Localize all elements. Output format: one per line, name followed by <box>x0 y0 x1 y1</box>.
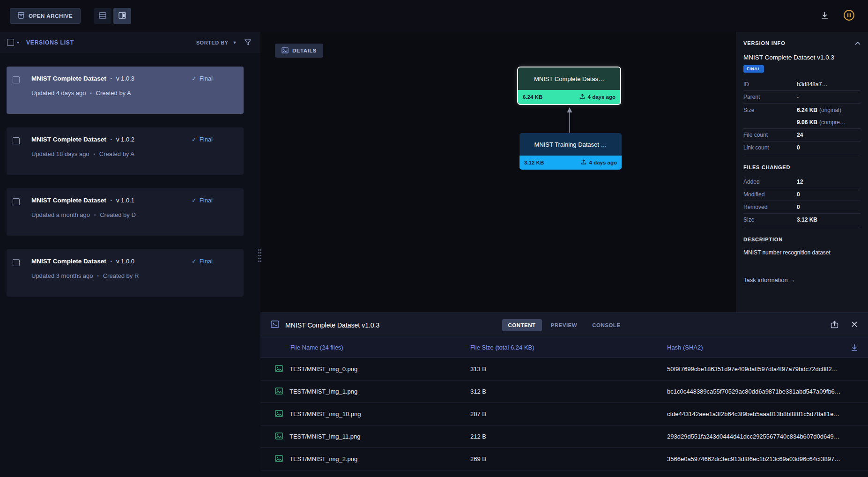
description-text: MNIST number recognition dataset <box>743 249 861 257</box>
files-changed-size: Size 3.12 KB <box>743 214 861 226</box>
image-icon <box>275 455 283 463</box>
view-toggle-group <box>94 8 131 24</box>
check-icon: ✓ <box>192 258 197 265</box>
version-name: MNIST Complete Dataset <box>31 136 106 143</box>
version-number: v 1.0.0 <box>116 258 134 265</box>
app-root: OPEN ARCHIVE <box>0 0 868 477</box>
file-row[interactable]: TEST/MNIST_img_2.png 269 B 3566e0a597466… <box>260 448 868 470</box>
download-button[interactable] <box>820 11 829 21</box>
tab-console[interactable]: CONSOLE <box>586 319 626 331</box>
version-card-1-0-0[interactable]: MNIST Complete Dataset • v 1.0.0 ✓ Final… <box>7 249 244 297</box>
node-size: 3.12 KB <box>524 160 544 165</box>
details-icon <box>282 47 289 54</box>
tab-preview[interactable]: PREVIEW <box>545 319 584 331</box>
open-archive-label: OPEN ARCHIVE <box>29 13 73 19</box>
info-row-size-original: Size 6.24 KB (original) <box>743 104 861 116</box>
version-checkbox[interactable] <box>13 76 20 83</box>
version-checkbox[interactable] <box>13 137 20 144</box>
dataset-content-panel: MNIST Complete Dataset v1.0.3 CONTENT PR… <box>260 313 868 477</box>
file-name: TEST/MNIST_img_10.png <box>289 410 361 417</box>
details-button[interactable]: DETAILS <box>275 44 323 58</box>
version-name: MNIST Complete Dataset <box>31 75 106 82</box>
workers-gauge-button[interactable] <box>843 9 855 22</box>
select-all-checkbox[interactable] <box>7 39 14 46</box>
files-changed-header: FILES CHANGED <box>743 164 861 170</box>
filter-icon[interactable] <box>245 39 251 45</box>
open-in-window-icon <box>831 320 838 330</box>
dot-separator: • <box>111 198 112 203</box>
file-hash: bc1c0c448389ca55f70529ac80dd6a9871be331a… <box>667 388 859 395</box>
version-card-1-0-1[interactable]: MNIST Complete Dataset • v 1.0.1 ✓ Final… <box>7 188 244 236</box>
close-panel-button[interactable] <box>851 321 858 329</box>
table-view-icon <box>99 12 106 20</box>
column-hash: Hash (SHA2) <box>667 344 843 351</box>
sorted-by-dropdown[interactable]: SORTED BY ▾ <box>196 40 236 45</box>
image-icon <box>275 432 283 441</box>
status-badge: ✓ Final <box>192 197 213 204</box>
download-icon <box>820 11 829 21</box>
split-view-icon <box>119 12 126 20</box>
content-panel-header: MNIST Complete Dataset v1.0.3 CONTENT PR… <box>260 313 868 337</box>
open-archive-button[interactable]: OPEN ARCHIVE <box>10 8 81 24</box>
file-hash: 50f9f7699cbe186351d97e409daff597dfa4f97a… <box>667 365 859 373</box>
table-download-icon[interactable] <box>850 343 859 352</box>
file-hash: 293d29d551fa243d0444d41dcc2925567740c834… <box>667 433 859 440</box>
file-name: TEST/MNIST_img_0.png <box>289 365 357 373</box>
check-icon: ✓ <box>192 136 197 143</box>
version-checkbox[interactable] <box>13 259 20 266</box>
open-in-window-button[interactable] <box>831 320 838 330</box>
upload-icon <box>581 159 586 166</box>
version-created: Created by D <box>100 211 136 218</box>
files-changed-removed: Removed 0 <box>743 201 861 214</box>
status-badge: ✓ Final <box>192 75 213 82</box>
file-name: TEST/MNIST_img_2.png <box>289 455 357 462</box>
file-row[interactable]: TEST/MNIST_img_10.png 287 B cfde443142ae… <box>260 403 868 425</box>
upload-icon <box>579 94 585 100</box>
file-row[interactable]: TEST/MNIST_img_0.png 313 B 50f9f7699cbe1… <box>260 358 868 380</box>
version-card-1-0-3[interactable]: MNIST Complete Dataset • v 1.0.3 ✓ Final… <box>7 67 244 114</box>
dot-separator: • <box>111 259 112 264</box>
info-row-id: ID b3d848a7… <box>743 78 861 91</box>
table-view-button[interactable] <box>94 8 111 24</box>
dot-separator: • <box>111 137 112 142</box>
node-title: MNIST Training Dataset … <box>519 133 622 156</box>
file-size: 312 B <box>470 388 667 395</box>
version-info-dataset-title: MNIST Complete Dataset v1.0.3 <box>743 54 861 61</box>
dot-separator: • <box>90 91 91 96</box>
version-checkbox[interactable] <box>13 198 20 205</box>
file-size: 269 B <box>470 455 667 462</box>
panel-resize-handle[interactable] <box>257 245 263 266</box>
version-number: v 1.0.1 <box>116 197 134 204</box>
top-bar-actions <box>820 9 855 22</box>
content-panel-actions <box>831 320 858 330</box>
split-view-button[interactable] <box>113 8 131 24</box>
chevron-up-icon[interactable] <box>855 42 861 45</box>
select-all-caret-icon[interactable]: ▾ <box>17 40 19 45</box>
file-row[interactable]: TEST/MNIST_img_1.png 312 B bc1c0c448389c… <box>260 380 868 403</box>
task-information-link[interactable]: Task information → <box>743 276 861 283</box>
content-panel-title: MNIST Complete Dataset v1.0.3 <box>285 321 379 329</box>
image-icon <box>275 365 283 373</box>
workers-gauge-icon <box>843 9 855 22</box>
column-file-size: File Size (total 6.24 KB) <box>470 344 667 351</box>
node-time: 4 days ago <box>588 94 616 100</box>
node-time: 4 days ago <box>589 160 617 165</box>
tab-content[interactable]: CONTENT <box>502 319 542 331</box>
close-icon <box>851 321 858 329</box>
version-created: Created by A <box>96 89 131 97</box>
version-info-rows: ID b3d848a7… Parent - Size 6.24 KB (orig… <box>743 78 861 154</box>
archive-icon <box>18 12 24 20</box>
version-updated: Updated 18 days ago <box>31 150 89 157</box>
top-bar: OPEN ARCHIVE <box>0 0 868 32</box>
graph-node-training-dataset[interactable]: MNIST Training Dataset … 3.12 KB 4 days … <box>519 133 622 170</box>
version-card-1-0-2[interactable]: MNIST Complete Dataset • v 1.0.2 ✓ Final… <box>7 127 244 175</box>
file-row[interactable]: TEST/MNIST_img_11.png 212 B 293d29d551fa… <box>260 425 868 448</box>
check-icon: ✓ <box>192 197 197 204</box>
version-created: Created by A <box>99 150 134 157</box>
files-changed-rows: Added 12 Modified 0 Removed 0 Size 3.12 … <box>743 176 861 226</box>
dot-separator: • <box>111 76 112 81</box>
version-name: MNIST Complete Dataset <box>31 197 106 204</box>
info-row-parent: Parent - <box>743 91 861 104</box>
graph-node-complete-dataset[interactable]: MNIST Complete Datas… 6.24 KB 4 days ago <box>518 67 620 104</box>
column-file-name: File Name (24 files) <box>275 344 470 351</box>
